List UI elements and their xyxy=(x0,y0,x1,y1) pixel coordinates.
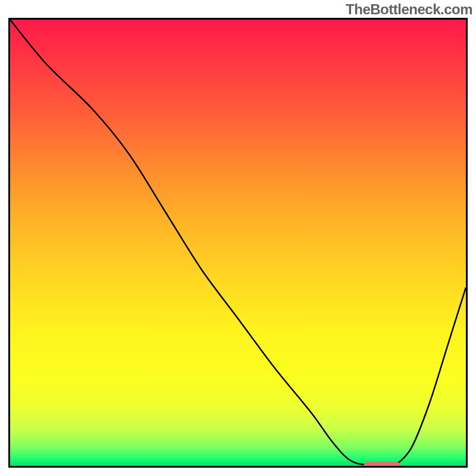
bottleneck-curve xyxy=(10,20,466,466)
watermark-text: TheBottleneck.com xyxy=(346,1,472,18)
plot-area xyxy=(8,18,468,468)
curve-path xyxy=(10,20,466,466)
bottleneck-chart: TheBottleneck.com xyxy=(0,0,476,476)
optimal-range-marker xyxy=(364,462,400,468)
